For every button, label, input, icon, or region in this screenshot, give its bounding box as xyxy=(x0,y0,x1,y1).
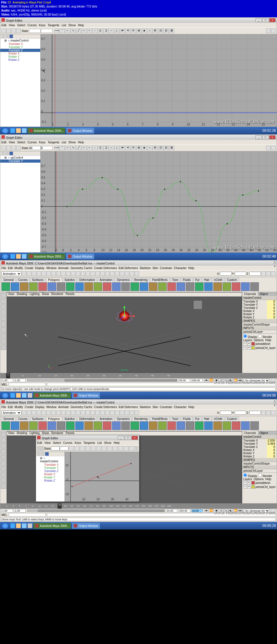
menu-curves[interactable]: Curves xyxy=(28,141,37,144)
tangent-tool-icon[interactable]: ⊡ xyxy=(158,29,163,33)
tangent-tool-icon[interactable]: ⊠ xyxy=(169,29,174,33)
explorer-icon[interactable] xyxy=(16,128,21,133)
shelf-tab[interactable]: Subdivs xyxy=(62,417,77,421)
titlebar[interactable]: Autodesk Maya 2008: C:\Users\GKSAXENA\Do… xyxy=(0,260,277,266)
menu-item[interactable]: Modify xyxy=(14,405,23,409)
menu-item[interactable]: Window xyxy=(46,405,57,409)
shelf-icon[interactable] xyxy=(149,421,158,430)
channel-item[interactable]: Translate X xyxy=(36,463,64,466)
shelf-icon[interactable] xyxy=(130,282,139,291)
shelf-icon[interactable] xyxy=(84,421,93,430)
channel-item[interactable]: Rotate X xyxy=(36,473,64,476)
menu-item[interactable]: Modify xyxy=(14,266,23,270)
tool-icon[interactable] xyxy=(1,438,6,443)
channel-item[interactable]: Rotate Z xyxy=(0,58,40,61)
menu-item[interactable]: Help xyxy=(188,405,194,409)
tangent-tool-icon[interactable]: ⌐ xyxy=(65,29,70,33)
tangent-tool-icon[interactable]: ⌐ xyxy=(87,146,92,150)
hierarchy-sidebar[interactable]: ⊞ ∿ masterControl Translate XTranslate Y… xyxy=(0,34,41,127)
tangent-tool-icon[interactable]: ⟿ xyxy=(54,29,59,33)
display-radio[interactable]: Display xyxy=(243,335,257,339)
shelf-icon[interactable] xyxy=(232,282,240,291)
transport-button[interactable]: ⏪ xyxy=(209,378,213,382)
tangent-tool-icon[interactable]: ⇄ xyxy=(120,146,125,150)
shelf-icon[interactable] xyxy=(66,421,75,430)
shelf-icon[interactable] xyxy=(241,421,250,430)
menu-tangents[interactable]: Tangents xyxy=(48,24,59,27)
shelf-icon[interactable] xyxy=(140,421,148,430)
menu-view[interactable]: View xyxy=(9,24,15,27)
shelf-icon[interactable] xyxy=(29,282,38,291)
shelf-icon[interactable] xyxy=(1,421,10,430)
tangent-tool-icon[interactable]: ⌒ xyxy=(60,29,65,33)
tangent-tool-icon[interactable]: ◈ xyxy=(142,29,147,33)
wmp-icon[interactable] xyxy=(22,128,26,133)
menu-view[interactable]: View xyxy=(9,141,15,144)
tool-icon[interactable] xyxy=(1,484,6,489)
shelf-icon[interactable] xyxy=(75,282,84,291)
tangent-tool-icon[interactable]: ⊐ xyxy=(103,146,109,150)
menu-help[interactable]: Help xyxy=(78,24,84,27)
insert-icon[interactable] xyxy=(6,146,11,150)
channel-item[interactable]: Translate Y xyxy=(0,159,40,163)
minimize-button[interactable]: _ xyxy=(255,135,262,139)
shelf-icon[interactable] xyxy=(223,421,231,430)
ie-icon[interactable] xyxy=(10,254,15,259)
render-radio[interactable]: Render xyxy=(258,335,272,339)
tangent-tool-icon[interactable]: ⊏ xyxy=(98,146,103,150)
shelf-icon[interactable] xyxy=(186,421,194,430)
shelf-tab[interactable]: Curves xyxy=(16,417,30,421)
tangent-tool-icon[interactable]: ⟐ xyxy=(147,146,152,150)
toolbar-icon[interactable] xyxy=(271,271,276,276)
menu-item[interactable]: Animate xyxy=(58,266,69,270)
menu-item[interactable]: Edit xyxy=(8,266,13,270)
tangent-tool-icon[interactable]: ⊐ xyxy=(103,29,109,33)
menu-keys[interactable]: Keys xyxy=(75,441,81,444)
shelf-icon[interactable] xyxy=(1,282,10,291)
stats-input-1[interactable] xyxy=(29,29,41,33)
shelf-tab[interactable]: Surfaces xyxy=(30,278,45,282)
shelf-tab[interactable]: Dynamics xyxy=(115,417,132,421)
shelf-icon[interactable] xyxy=(167,421,176,430)
tool-icon[interactable] xyxy=(1,345,6,350)
channel-item[interactable]: Translate Y xyxy=(36,466,64,470)
shelf-icon[interactable] xyxy=(103,282,111,291)
channel-item[interactable]: Rotate Z xyxy=(36,479,64,482)
tangent-tool-icon[interactable]: ⟲ xyxy=(125,29,130,33)
tool-icon[interactable] xyxy=(1,298,6,304)
menu-help[interactable]: Help xyxy=(78,141,84,144)
taskbar[interactable]: Autodesk Maya 2008... Output Window 00:0… xyxy=(0,392,277,399)
tangent-tool-icon[interactable]: ⚙ xyxy=(153,146,158,150)
shelf-tab[interactable]: Polygons xyxy=(46,417,62,421)
transport-button[interactable]: ⏮ xyxy=(204,378,208,382)
tangent-tool-icon[interactable]: ⟲ xyxy=(125,146,130,150)
maximize-button[interactable]: □ xyxy=(262,135,269,139)
menu-item[interactable]: File xyxy=(1,405,6,409)
menu-edit[interactable]: Edit xyxy=(37,441,42,444)
menu-item[interactable]: Skin xyxy=(153,266,158,270)
menu-select[interactable]: Select xyxy=(53,441,61,444)
tangent-tool-icon[interactable]: ⊡ xyxy=(158,146,163,150)
menu-keys[interactable]: Keys xyxy=(39,24,45,27)
shelf-tab[interactable]: Polygons xyxy=(46,278,62,282)
insert-keys-icon[interactable] xyxy=(6,29,11,33)
shelf-icon[interactable] xyxy=(149,282,158,291)
toolbar-icon[interactable] xyxy=(266,146,271,150)
tool-icon[interactable] xyxy=(1,304,6,309)
menu-item[interactable]: Constrain xyxy=(160,266,172,270)
shelf-tab[interactable]: Fluids xyxy=(181,417,193,421)
start-button[interactable] xyxy=(1,253,9,260)
tool-icon[interactable] xyxy=(1,472,6,477)
taskbar-item[interactable]: Autodesk Maya 2008... xyxy=(28,254,65,259)
channel-box[interactable]: ChannelsObject masterControl Translate X… xyxy=(242,292,277,373)
shelf-icon[interactable] xyxy=(121,421,130,430)
tangent-tool-icon[interactable]: ⌐ xyxy=(81,146,87,150)
range-out[interactable] xyxy=(179,379,190,382)
toolbar-icon[interactable] xyxy=(266,271,271,276)
shelf-icon[interactable] xyxy=(48,282,56,291)
lattice-icon[interactable] xyxy=(16,29,21,33)
toolbar-icon[interactable] xyxy=(271,29,276,33)
explorer-icon[interactable] xyxy=(16,254,21,259)
shelf-icon[interactable] xyxy=(250,421,259,430)
shelf-icon[interactable] xyxy=(158,421,167,430)
